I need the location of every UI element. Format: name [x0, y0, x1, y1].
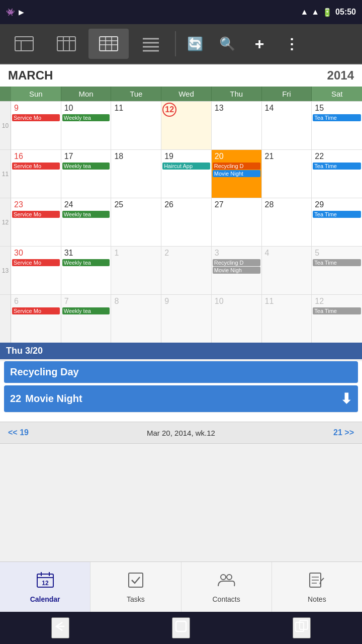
notes-tab-icon [308, 571, 326, 593]
tab-calendar-label: Calendar [30, 595, 60, 603]
prev-nav-button[interactable]: << 19 [8, 428, 29, 437]
day-25[interactable]: 25 [111, 198, 161, 246]
day-9[interactable]: 9 Service Mo [11, 102, 61, 149]
toolbar: 🔄 🔍 + ⋮ [0, 24, 362, 64]
day-21[interactable]: 21 [262, 150, 312, 198]
header-sat: Sat [312, 87, 362, 101]
battery-icon: 🔋 [322, 8, 332, 17]
week-row-last: 6 Service Mo 7 Weekly tea 8 9 10 11 12 T… [0, 294, 362, 343]
home-button[interactable] [172, 617, 190, 638]
day-14[interactable]: 14 [262, 102, 312, 149]
day-apr-2[interactable]: 2 [161, 247, 212, 294]
week-num-12: 12 [0, 198, 11, 246]
week-row-11: 11 16 Service Mo 17 Weekly tea 18 19 Hai… [0, 149, 362, 198]
view-day-button[interactable] [4, 29, 44, 59]
back-button[interactable] [51, 617, 69, 638]
current-date-label: Mar 20, 2014, wk.12 [147, 429, 215, 437]
day-23[interactable]: 23 Service Mo [11, 198, 61, 246]
more-button[interactable]: ⋮ [277, 29, 307, 59]
calendar-tab-icon: 12 [36, 571, 54, 593]
day-apr-12[interactable]: 12 Tea Time [312, 295, 362, 343]
day-12-today[interactable]: 12 [161, 102, 212, 149]
day-19[interactable]: 19 Haircut App [161, 150, 212, 198]
day-13[interactable]: 13 [212, 102, 262, 149]
week-row-13: 13 30 Service Mo 31 Weekly tea 1 2 3 Rec… [0, 246, 362, 294]
day-apr-11[interactable]: 11 [262, 295, 312, 343]
tab-notes[interactable]: Notes [272, 562, 362, 612]
day-18[interactable]: 18 [111, 150, 161, 198]
header-thu: Thu [212, 87, 262, 101]
day-headers-row: Sun Mon Tue Wed Thu Fri Sat [11, 87, 362, 101]
day-apr-5[interactable]: 5 Tea Time [312, 247, 362, 294]
selected-day-panel: Thu 3/20 [0, 343, 362, 359]
system-nav [0, 612, 362, 644]
add-button[interactable]: + [244, 29, 275, 59]
contacts-tab-icon [217, 571, 235, 593]
day-apr-1[interactable]: 1 [111, 247, 161, 294]
header-fri: Fri [262, 87, 312, 101]
day-11[interactable]: 11 [111, 102, 161, 149]
week-row-10: 10 9 Service Mo 10 Weekly tea 11 12 13 1… [0, 101, 362, 149]
event-recycling-day[interactable]: Recycling Day [4, 361, 358, 383]
events-panel: Recycling Day 22 Movie Night ⬇ [0, 361, 362, 422]
event-title-recycling: Recycling Day [10, 366, 79, 378]
day-27[interactable]: 27 [212, 198, 262, 246]
play-icon: ▶ [19, 8, 24, 16]
day-31[interactable]: 31 Weekly tea [61, 247, 112, 294]
recent-button[interactable] [293, 617, 311, 638]
event-title-movie: Movie Night [25, 393, 82, 405]
day-10[interactable]: 10 Weekly tea [61, 102, 112, 149]
next-nav-button[interactable]: 21 >> [333, 428, 354, 437]
day-16[interactable]: 16 Service Mo [11, 150, 61, 198]
signal-icon: ▲ [311, 8, 319, 17]
day-17[interactable]: 17 Weekly tea [61, 150, 112, 198]
tab-contacts-label: Contacts [213, 595, 240, 603]
svg-rect-30 [176, 621, 186, 631]
day-apr-6[interactable]: 6 Service Mo [11, 295, 61, 343]
tab-bar: 12 Calendar Tasks Contacts [0, 561, 362, 612]
week-num-11: 11 [0, 149, 11, 198]
view-list-button[interactable] [131, 29, 171, 59]
tasks-tab-icon [127, 571, 145, 593]
day-apr-7[interactable]: 7 Weekly tea [61, 295, 112, 343]
day-apr-3[interactable]: 3 Recycling D Movie Nigh [212, 247, 262, 294]
tab-tasks[interactable]: Tasks [90, 562, 181, 612]
svg-point-22 [221, 575, 226, 580]
down-arrow-icon: ⬇ [340, 390, 352, 407]
selected-day-label: Thu 3/20 [6, 346, 43, 356]
day-apr-8[interactable]: 8 [111, 295, 161, 343]
tab-calendar[interactable]: 12 Calendar [0, 562, 90, 612]
day-apr-4[interactable]: 4 [262, 247, 312, 294]
calendar-year: 2014 [327, 68, 354, 83]
event-badge-num: 22 [10, 393, 21, 405]
day-28[interactable]: 28 [262, 198, 312, 246]
day-30[interactable]: 30 Service Mo [11, 247, 61, 294]
week-num-10: 10 [0, 101, 11, 149]
header-mon: Mon [61, 87, 112, 101]
calendar-month: MARCH [8, 68, 53, 83]
svg-point-23 [227, 575, 232, 580]
day-29[interactable]: 29 Tea Time [312, 198, 362, 246]
svg-text:12: 12 [42, 580, 49, 587]
view-month-button[interactable] [88, 29, 129, 59]
day-22[interactable]: 22 Tea Time [312, 150, 362, 198]
day-24[interactable]: 24 Weekly tea [61, 198, 112, 246]
day-apr-10[interactable]: 10 [212, 295, 262, 343]
day-26[interactable]: 26 [161, 198, 212, 246]
tab-contacts[interactable]: Contacts [182, 562, 272, 612]
calendar-header: MARCH 2014 [0, 64, 362, 87]
sync-button[interactable]: 🔄 [180, 29, 210, 59]
navigation-bar: << 19 Mar 20, 2014, wk.12 21 >> [0, 422, 362, 444]
week-num-13: 13 [0, 246, 11, 294]
view-week-button[interactable] [46, 29, 86, 59]
svg-rect-3 [57, 37, 75, 51]
day-20[interactable]: 20 Recycling D Movie Night [212, 150, 262, 198]
time-display: 05:50 [335, 8, 356, 17]
week-row-12: 12 23 Service Mo 24 Weekly tea 25 26 27 … [0, 198, 362, 246]
week-num-last [0, 294, 11, 343]
day-15[interactable]: 15 Tea Time [312, 102, 362, 149]
event-movie-night[interactable]: 22 Movie Night ⬇ [4, 385, 358, 413]
day-apr-9[interactable]: 9 [161, 295, 212, 343]
tab-notes-label: Notes [308, 595, 326, 603]
search-button[interactable]: 🔍 [212, 29, 242, 59]
